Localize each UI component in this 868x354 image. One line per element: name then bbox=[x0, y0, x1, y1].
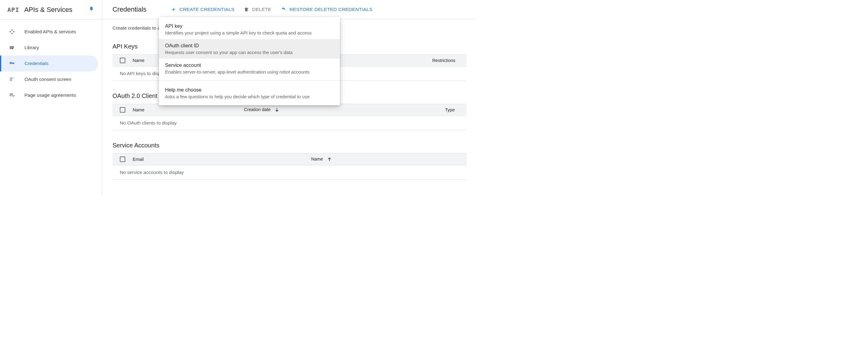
undo-icon bbox=[280, 6, 286, 12]
sidebar-item-label: Enabled APIs & services bbox=[25, 29, 76, 34]
toolbar: Credentials Create Credentials Delete Re… bbox=[102, 0, 477, 19]
dropdown-item-desc: Asks a few questions to help you decide … bbox=[165, 94, 334, 99]
sidebar-item-label: Library bbox=[25, 45, 39, 50]
pin-button[interactable] bbox=[87, 5, 96, 15]
col-email[interactable]: Email bbox=[133, 157, 304, 162]
dropdown-item-help-me-choose[interactable]: Help me choose Asks a few questions to h… bbox=[159, 83, 340, 103]
create-credentials-label: Create Credentials bbox=[179, 7, 235, 12]
sidebar-item-credentials[interactable]: Credentials bbox=[0, 56, 98, 71]
section-title-service: Service Accounts bbox=[113, 142, 466, 149]
dropdown-item-oauth-client-id[interactable]: OAuth client ID Requests user consent so… bbox=[159, 39, 340, 59]
sidebar-item-label: OAuth consent screen bbox=[25, 77, 71, 82]
empty-service: No service accounts to display bbox=[113, 166, 466, 180]
delete-label: Delete bbox=[252, 7, 271, 12]
dropdown-item-title: API key bbox=[165, 23, 334, 29]
col-creation-date-label: Creation date bbox=[244, 107, 271, 112]
dropdown-item-desc: Enables server-to-server, app-level auth… bbox=[165, 69, 334, 74]
select-all-checkbox[interactable] bbox=[120, 107, 125, 113]
page-title: Credentials bbox=[113, 5, 146, 13]
sidebar-item-library[interactable]: Library bbox=[0, 40, 102, 56]
dropdown-item-title: Service account bbox=[165, 62, 334, 68]
sidebar-nav: Enabled APIs & services Library Credenti… bbox=[0, 20, 102, 107]
main: Credentials Create Credentials Delete Re… bbox=[102, 0, 477, 194]
sidebar-item-oauth-consent[interactable]: OAuth consent screen bbox=[0, 71, 102, 87]
pin-icon bbox=[89, 6, 94, 13]
col-name[interactable]: Name bbox=[133, 107, 237, 112]
col-name[interactable]: Name bbox=[311, 156, 342, 162]
col-name-label: Name bbox=[311, 156, 323, 162]
dropdown-item-title: Help me choose bbox=[165, 87, 334, 93]
col-type[interactable]: Type bbox=[441, 107, 459, 112]
dropdown-item-title: OAuth client ID bbox=[165, 43, 334, 48]
sidebar-item-label: Page usage agreements bbox=[25, 93, 76, 98]
sidebar-item-label: Credentials bbox=[25, 61, 48, 66]
col-creation-date[interactable]: Creation date bbox=[244, 107, 384, 113]
sidebar-item-page-usage[interactable]: Page usage agreements bbox=[0, 87, 102, 103]
table-header-oauth: Name Creation date Type bbox=[113, 104, 466, 116]
diamond-icon bbox=[8, 28, 15, 35]
agreement-icon bbox=[8, 92, 15, 99]
dropdown-separator bbox=[159, 80, 340, 81]
sidebar: API APIs & Services Enabled APIs & servi… bbox=[0, 0, 102, 194]
section-service-accounts: Service Accounts Email Name No service a… bbox=[113, 142, 466, 180]
sidebar-item-enabled-apis[interactable]: Enabled APIs & services bbox=[0, 24, 102, 40]
api-logo: API bbox=[7, 6, 19, 13]
create-credentials-dropdown: API key Identifies your project using a … bbox=[159, 17, 340, 105]
arrow-down-icon bbox=[274, 107, 280, 113]
sidebar-title: APIs & Services bbox=[24, 6, 82, 14]
dropdown-item-service-account[interactable]: Service account Enables server-to-server… bbox=[159, 59, 340, 78]
create-credentials-button[interactable]: Create Credentials bbox=[171, 7, 235, 12]
restore-button[interactable]: Restore Deleted Credentials bbox=[280, 6, 372, 12]
dropdown-item-api-key[interactable]: API key Identifies your project using a … bbox=[159, 20, 340, 39]
plus-icon bbox=[171, 7, 176, 12]
empty-oauth: No OAuth clients to display bbox=[113, 116, 466, 130]
col-restrictions[interactable]: Restrictions bbox=[429, 58, 459, 63]
consent-icon bbox=[8, 76, 15, 83]
library-icon bbox=[8, 44, 15, 51]
table-header-service: Email Name bbox=[113, 153, 466, 166]
restore-label: Restore Deleted Credentials bbox=[289, 7, 372, 12]
key-icon bbox=[8, 60, 15, 67]
dropdown-item-desc: Identifies your project using a simple A… bbox=[165, 30, 334, 35]
delete-button[interactable]: Delete bbox=[244, 7, 271, 12]
select-all-checkbox[interactable] bbox=[120, 156, 125, 162]
select-all-checkbox[interactable] bbox=[120, 58, 125, 63]
arrow-up-icon bbox=[327, 156, 332, 162]
sidebar-header: API APIs & Services bbox=[0, 0, 102, 20]
trash-icon bbox=[244, 7, 249, 12]
dropdown-item-desc: Requests user consent so your app can ac… bbox=[165, 50, 334, 55]
